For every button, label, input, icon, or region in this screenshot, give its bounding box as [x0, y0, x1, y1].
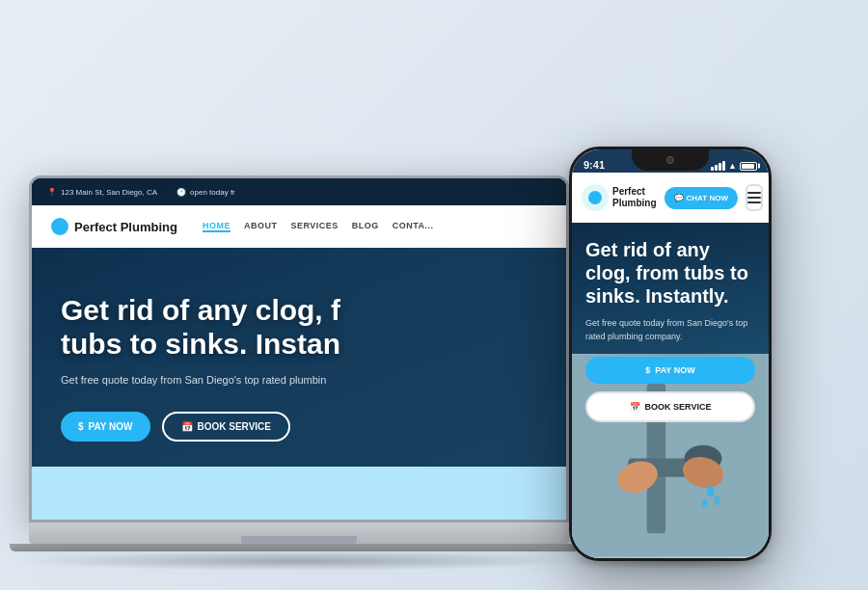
hamburger-line-3 [747, 201, 761, 203]
nav-services[interactable]: SERVICES [290, 221, 338, 232]
phone-camera [666, 156, 674, 164]
svg-point-6 [707, 486, 715, 497]
signal-icon [711, 161, 725, 171]
phone-pay-now-button[interactable]: $ PAY NOW [585, 357, 755, 384]
phone-hero: Get rid of any clog, from tubs to sinks.… [572, 223, 769, 354]
laptop-nav-links: HOME ABOUT SERVICES BLOG CONTA... [203, 221, 434, 232]
nav-blog[interactable]: BLOG [352, 221, 379, 232]
phone-brand: Perfect Plumbing [612, 186, 657, 209]
phone-device: 9:41 ▲ [569, 147, 772, 561]
phone-status-icons: ▲ [711, 161, 757, 171]
laptop-base [29, 523, 569, 544]
phone-logo-bubble [582, 184, 609, 211]
phone-plumber-image [572, 354, 769, 558]
phone-time: 9:41 [583, 159, 605, 171]
calendar-icon: 📅 [181, 421, 193, 432]
scene: 📍 123 Main St, San Diego, CA 🕐 open toda… [0, 0, 868, 590]
phone-book-service-button[interactable]: 📅 BOOK SERVICE [585, 391, 755, 422]
location-icon: 📍 [47, 188, 57, 197]
nav-about[interactable]: ABOUT [244, 221, 278, 232]
laptop-foot [10, 544, 588, 551]
phone-body: 9:41 ▲ [569, 147, 772, 561]
hamburger-menu-button[interactable] [746, 184, 763, 211]
laptop-hero-subtitle: Get free quote today from San Diego's to… [61, 372, 370, 389]
phone-hero-subtitle: Get free quote today from San Diego's to… [585, 317, 755, 343]
svg-point-8 [702, 499, 708, 507]
battery-icon [740, 162, 757, 171]
chat-icon: 💬 [674, 194, 684, 202]
laptop-address: 📍 123 Main St, San Diego, CA [47, 188, 157, 197]
nav-contact[interactable]: CONTA... [393, 221, 434, 232]
phone-navbar: Perfect Plumbing 💬 CHAT NOW [572, 173, 769, 223]
laptop-hours: 🕐 open today fr [176, 188, 235, 197]
phone-notch [632, 149, 709, 171]
plumber-svg [572, 354, 769, 558]
laptop-hero-title: Get rid of any clog, ftubs to sinks. Ins… [61, 294, 442, 361]
dollar-icon: $ [78, 421, 84, 432]
laptop-logo: Perfect Plumbing [51, 218, 177, 235]
logo-bubble [51, 218, 68, 235]
clock-icon: 🕐 [176, 188, 186, 197]
phone-dollar-icon: $ [645, 365, 650, 375]
laptop-screen-body: 📍 123 Main St, San Diego, CA 🕐 open toda… [29, 175, 569, 523]
laptop-navbar: Perfect Plumbing HOME ABOUT SERVICES BLO… [32, 205, 566, 248]
svg-point-7 [715, 496, 720, 505]
phone-logo-inner [588, 191, 602, 204]
laptop-hero-buttons: $ PAY NOW 📅 BOOK SERVICE [61, 412, 537, 442]
pay-now-button[interactable]: $ PAY NOW [61, 412, 150, 442]
hamburger-line-1 [747, 192, 761, 194]
svg-rect-0 [572, 356, 769, 557]
laptop-device: 📍 123 Main St, San Diego, CA 🕐 open toda… [29, 175, 569, 561]
phone-screen: 9:41 ▲ [572, 149, 769, 558]
hamburger-line-2 [747, 197, 761, 199]
battery-fill [742, 164, 754, 169]
book-service-button[interactable]: 📅 BOOK SERVICE [162, 412, 291, 442]
laptop-topbar: 📍 123 Main St, San Diego, CA 🕐 open toda… [32, 178, 566, 205]
nav-home[interactable]: HOME [203, 221, 231, 232]
wifi-icon: ▲ [728, 161, 737, 171]
laptop-screen: 📍 123 Main St, San Diego, CA 🕐 open toda… [32, 178, 566, 520]
chat-now-button[interactable]: 💬 CHAT NOW [665, 187, 738, 209]
phone-logo: Perfect Plumbing [582, 184, 657, 211]
laptop-hero: Get rid of any clog, ftubs to sinks. Ins… [32, 265, 566, 520]
phone-hero-title: Get rid of any clog, from tubs to sinks.… [585, 238, 755, 308]
phone-bottom-image [572, 354, 769, 558]
phone-calendar-icon: 📅 [630, 402, 640, 412]
laptop-brand: Perfect Plumbing [74, 220, 177, 234]
